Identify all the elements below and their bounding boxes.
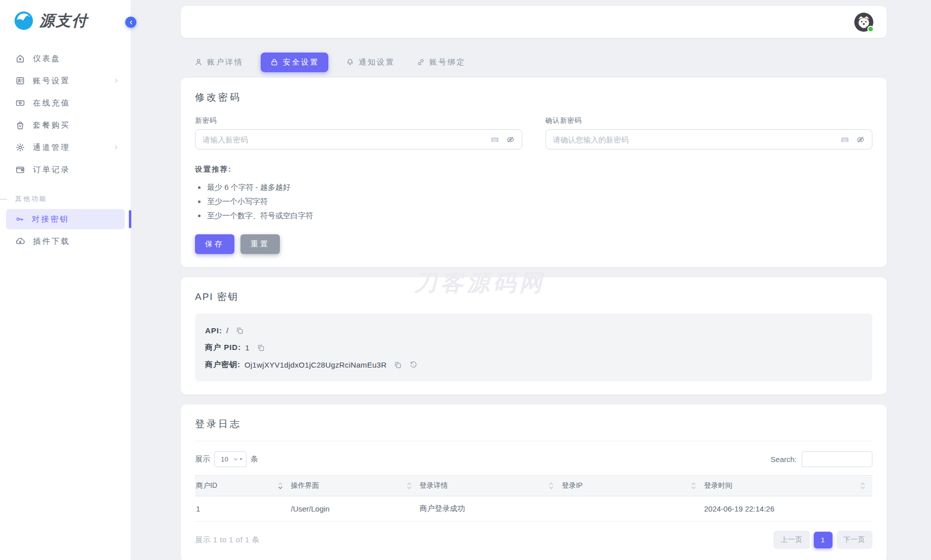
eye-off-icon[interactable] <box>856 135 865 144</box>
download-icon <box>15 236 25 246</box>
cell-login-detail: 商户登录成功 <box>419 496 561 522</box>
column-merchant-id[interactable]: 商户ID <box>195 476 290 496</box>
recharge-icon <box>15 98 25 108</box>
sidebar-item-label: 仪表盘 <box>33 54 61 64</box>
sort-icon[interactable] <box>549 482 554 489</box>
table-footer: 展示 1 to 1 of 1 条 上一页 1 下一页 <box>195 531 872 549</box>
top-bar <box>181 6 887 38</box>
password-form: 新密码 确认新密码 <box>195 116 872 149</box>
copy-icon[interactable] <box>394 361 402 369</box>
bell-icon <box>346 58 355 67</box>
sidebar-item-label: 插件下载 <box>33 236 70 247</box>
keyboard-icon[interactable] <box>840 135 850 144</box>
table-search-input[interactable] <box>802 451 872 467</box>
merchant-secret-value: Oj1wjXYV1djdxO1jC28UgzRciNamEu3R <box>244 361 386 369</box>
next-page-button[interactable]: 下一页 <box>837 531 873 549</box>
confirm-password-group: 确认新密码 <box>546 116 873 149</box>
sidebar-item-package[interactable]: 套餐购买 <box>0 114 131 136</box>
column-login-detail[interactable]: 登录详情 <box>419 476 561 496</box>
tab-notification-settings[interactable]: 通知设置 <box>341 53 399 72</box>
sidebar-item-plugin-download[interactable]: 插件下载 <box>6 231 125 251</box>
current-page-button[interactable]: 1 <box>814 532 832 548</box>
sidebar-item-label: 在线充值 <box>33 98 70 109</box>
sidebar-item-channel[interactable]: 通道管理 <box>0 136 131 159</box>
search-group: Search: <box>770 451 872 467</box>
sidebar-item-recharge[interactable]: 在线充值 <box>0 92 131 114</box>
search-label: Search: <box>770 455 797 464</box>
table-controls: 展示 10 ▼ 条 Search: <box>195 451 872 467</box>
api-url-value: / <box>226 326 228 335</box>
sidebar-item-label: 账号设置 <box>33 76 70 86</box>
tip-item: 至少一个小写字符 <box>206 194 872 209</box>
sidebar-item-label: 套餐购买 <box>33 120 70 131</box>
user-icon <box>194 58 203 67</box>
cell-operation-page: /User/Login <box>290 496 419 522</box>
column-login-time[interactable]: 登录时间 <box>703 476 872 496</box>
confirm-password-input[interactable] <box>546 129 873 149</box>
api-key-panel: API: / 商户 PID: 1 商户密钥: Oj1wjXYV1djdxO1jC… <box>195 314 872 381</box>
logo-text: 源支付 <box>39 11 88 31</box>
new-password-input[interactable] <box>195 129 522 149</box>
key-icon <box>15 215 24 224</box>
sort-icon[interactable] <box>407 482 412 489</box>
merchant-secret-row: 商户密钥: Oj1wjXYV1djdxO1jC28UgzRciNamEu3R <box>205 356 862 373</box>
package-icon <box>15 120 25 130</box>
chevron-right-icon <box>113 77 120 84</box>
reset-button[interactable]: 重置 <box>240 234 280 254</box>
tab-account-binding[interactable]: 账号绑定 <box>412 53 470 72</box>
sort-icon[interactable] <box>278 482 283 489</box>
confirm-password-label: 确认新密码 <box>546 116 873 125</box>
lock-icon <box>270 58 279 67</box>
sidebar-collapse-button[interactable] <box>125 17 136 28</box>
card-title-change-password: 修改密码 <box>195 91 872 104</box>
sidebar-item-dashboard[interactable]: 仪表盘 <box>0 47 131 70</box>
chevron-left-icon <box>128 19 134 26</box>
tab-label: 账户详情 <box>207 58 243 67</box>
channel-icon <box>15 142 25 152</box>
login-log-card: 登录日志 展示 10 ▼ 条 Search: <box>181 404 887 560</box>
sidebar-item-orders[interactable]: 订单记录 <box>0 159 131 181</box>
save-button[interactable]: 保存 <box>195 234 234 254</box>
sidebar-item-api-keys[interactable]: 对接密钥 <box>6 209 125 229</box>
copy-icon[interactable] <box>257 343 265 352</box>
tab-label: 安全设置 <box>283 58 319 67</box>
copy-icon[interactable] <box>235 326 244 335</box>
tab-label: 账号绑定 <box>429 58 466 67</box>
tab-account-details[interactable]: 账户详情 <box>190 53 248 72</box>
user-avatar[interactable] <box>854 13 873 32</box>
table-header-row: 商户ID 操作界面 登录详情 登录IP 登录时间 <box>195 476 872 496</box>
settings-tabs: 账户详情 安全设置 通知设置 账号绑定 <box>190 52 887 73</box>
eye-off-icon[interactable] <box>506 135 515 144</box>
page-size-value: 10 <box>221 455 228 463</box>
link-icon <box>416 58 425 67</box>
sort-icon[interactable] <box>860 482 865 489</box>
sidebar-item-label: 订单记录 <box>33 165 70 175</box>
keyboard-icon[interactable] <box>490 135 500 144</box>
account-settings-icon <box>15 76 25 86</box>
table-row[interactable]: 1 /User/Login 商户登录成功 2024-06-19 22:14:26 <box>195 496 872 522</box>
sidebar: 源支付 仪表盘 账号设置 在线充值 套餐购买 通道管理 订单记录 <box>0 0 131 560</box>
select-arrows-icon: ▼ <box>233 456 243 462</box>
login-log-table: 商户ID 操作界面 登录详情 登录IP 登录时间 1 /User/Login <box>195 475 872 522</box>
sidebar-item-account-settings[interactable]: 账号设置 <box>0 70 131 92</box>
sidebar-item-label: 对接密钥 <box>32 214 69 225</box>
column-login-ip[interactable]: 登录IP <box>561 476 703 496</box>
merchant-secret-label: 商户密钥: <box>205 360 240 370</box>
regenerate-icon[interactable] <box>409 361 418 369</box>
new-password-label: 新密码 <box>195 116 522 125</box>
unit-label: 条 <box>251 454 258 464</box>
column-operation-page[interactable]: 操作界面 <box>290 476 419 496</box>
show-label: 展示 <box>195 454 210 464</box>
pagination-summary: 展示 1 to 1 of 1 条 <box>195 535 260 545</box>
sort-icon[interactable] <box>691 482 696 489</box>
merchant-pid-label: 商户 PID: <box>205 343 241 352</box>
logo[interactable]: 源支付 <box>0 0 131 37</box>
cell-merchant-id: 1 <box>195 496 290 522</box>
page-size-group: 展示 10 ▼ 条 <box>195 451 258 467</box>
api-key-card: API 密钥 API: / 商户 PID: 1 商户密钥: Oj1wjXYV1d… <box>181 277 887 394</box>
prev-page-button[interactable]: 上一页 <box>773 531 810 549</box>
cell-login-ip <box>561 496 703 522</box>
page-size-select[interactable]: 10 ▼ <box>214 451 247 467</box>
tab-security-settings[interactable]: 安全设置 <box>261 53 328 72</box>
tips-list: 最少 6 个字符 - 越多越好 至少一个小写字符 至少一个数字、符号或空白字符 <box>206 180 872 222</box>
